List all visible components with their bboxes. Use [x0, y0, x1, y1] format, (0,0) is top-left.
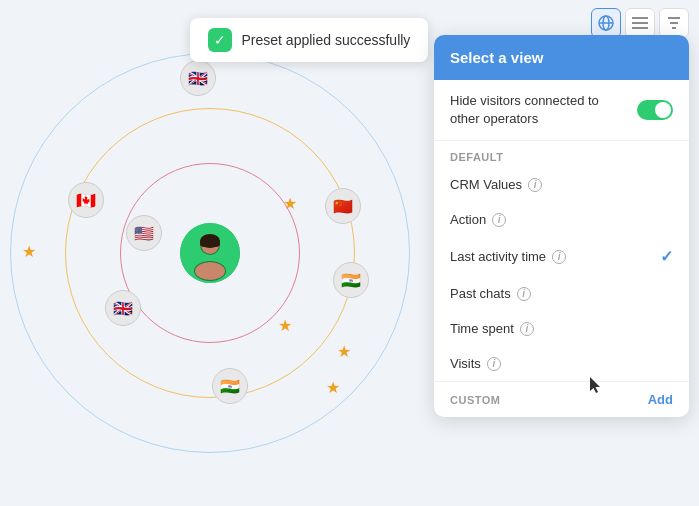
star-2: ★ — [278, 316, 292, 335]
visitor-gb-bottom[interactable]: 🇬🇧 — [105, 290, 141, 326]
menu-item-visits-left: Visits i — [450, 356, 501, 371]
visitor-in-right[interactable]: 🇮🇳 — [333, 262, 369, 298]
select-view-panel: Select a view Hide visitors connected to… — [434, 35, 689, 417]
visitor-us[interactable]: 🇺🇸 — [126, 215, 162, 251]
default-section-label: DEFAULT — [434, 141, 689, 167]
menu-item-action[interactable]: Action i — [434, 202, 689, 237]
visitor-in-bottom[interactable]: 🇮🇳 — [212, 368, 248, 404]
visitor-gb-top[interactable]: 🇬🇧 — [180, 60, 216, 96]
crm-values-info-icon[interactable]: i — [528, 178, 542, 192]
custom-section-label: CUSTOM — [450, 394, 500, 406]
svg-point-4 — [195, 262, 225, 280]
visitor-ca[interactable]: 🇨🇦 — [68, 182, 104, 218]
toast-check-icon: ✓ — [208, 28, 232, 52]
filter-button[interactable] — [659, 8, 689, 38]
menu-item-time-spent-left: Time spent i — [450, 321, 534, 336]
menu-item-past-chats[interactable]: Past chats i — [434, 276, 689, 311]
menu-item-visits[interactable]: Visits i — [434, 346, 689, 381]
past-chats-label: Past chats — [450, 286, 511, 301]
panel-title: Select a view — [450, 49, 543, 66]
menu-item-action-left: Action i — [450, 212, 506, 227]
radar-background: 🇬🇧 🇨🇦 🇺🇸 🇨🇳 🇮🇳 🇬🇧 🇮🇳 ★ ★ ★ ★ ★ — [0, 0, 430, 506]
visits-info-icon[interactable]: i — [487, 357, 501, 371]
toggle-label: Hide visitors connected to other operato… — [450, 92, 630, 128]
visitor-cn[interactable]: 🇨🇳 — [325, 188, 361, 224]
list-view-button[interactable] — [625, 8, 655, 38]
toast-message: Preset applied successfully — [242, 32, 411, 48]
time-spent-label: Time spent — [450, 321, 514, 336]
crm-values-label: CRM Values — [450, 177, 522, 192]
add-custom-button[interactable]: Add — [648, 392, 673, 407]
time-spent-info-icon[interactable]: i — [520, 322, 534, 336]
panel-header: Select a view — [434, 35, 689, 80]
panel-toolbar — [591, 8, 689, 38]
past-chats-info-icon[interactable]: i — [517, 287, 531, 301]
visits-label: Visits — [450, 356, 481, 371]
action-label: Action — [450, 212, 486, 227]
menu-item-last-activity[interactable]: Last activity time i ✓ — [434, 237, 689, 276]
menu-item-past-chats-left: Past chats i — [450, 286, 531, 301]
svg-rect-6 — [200, 239, 220, 247]
globe-view-button[interactable] — [591, 8, 621, 38]
star-3: ★ — [337, 342, 351, 361]
star-5: ★ — [283, 194, 297, 213]
action-info-icon[interactable]: i — [492, 213, 506, 227]
star-4: ★ — [326, 378, 340, 397]
custom-section: CUSTOM Add — [434, 381, 689, 417]
menu-item-time-spent[interactable]: Time spent i — [434, 311, 689, 346]
toggle-row: Hide visitors connected to other operato… — [434, 80, 689, 141]
star-1: ★ — [22, 242, 36, 261]
menu-item-crm-values[interactable]: CRM Values i — [434, 167, 689, 202]
menu-item-last-activity-left: Last activity time i — [450, 249, 566, 264]
toggle-switch[interactable] — [637, 100, 673, 120]
menu-item-crm-values-left: CRM Values i — [450, 177, 542, 192]
center-avatar — [180, 223, 240, 283]
toast-notification: ✓ Preset applied successfully — [190, 18, 429, 62]
last-activity-label: Last activity time — [450, 249, 546, 264]
last-activity-check-icon: ✓ — [660, 247, 673, 266]
last-activity-info-icon[interactable]: i — [552, 250, 566, 264]
